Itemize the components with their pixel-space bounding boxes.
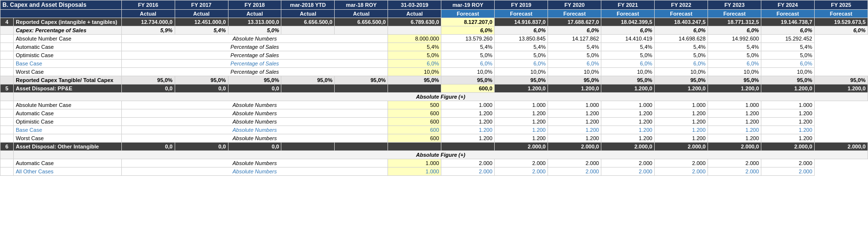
rct-fy2020: 95,0% xyxy=(548,76,601,84)
ac-num xyxy=(0,43,14,51)
wc-fy2020: 10,0% xyxy=(495,68,548,76)
base-case-mid: Percentage of Sales xyxy=(121,60,388,68)
oc5-mar19roy: 600 xyxy=(388,118,441,126)
sub-fy2024: Forecast xyxy=(761,10,815,18)
sub-fy2017: Actual xyxy=(175,10,228,18)
wc5-num xyxy=(0,134,14,143)
adi-fy2020: 2.000,0 xyxy=(548,143,601,151)
sub-mar19roy: Forecast xyxy=(441,10,495,18)
ac6-mar19roy: 1.000 xyxy=(388,159,441,168)
bc5-num xyxy=(0,126,14,134)
capex-mar2018ytd: 6.656.500,0 xyxy=(281,18,335,26)
opt-case-row: Optimistic Case Percentage of Sales 5,0%… xyxy=(0,51,868,60)
adp-fy2020: 1.200,0 xyxy=(548,84,601,93)
bc5-fy2021: 1.200 xyxy=(548,126,601,134)
sub-fy2022: Forecast xyxy=(655,10,708,18)
af6-num xyxy=(0,151,14,159)
aoc-fy2023: 2.000 xyxy=(655,168,708,176)
adp-fy2018: 0,0 xyxy=(228,84,281,93)
anc-fy2020: 13.850.845 xyxy=(495,35,548,43)
bc5-fy2025: 1.200 xyxy=(761,126,815,134)
anc5-fy2020: 1.000 xyxy=(495,101,548,109)
ac5-fy2023: 1.200 xyxy=(655,109,708,118)
adi-mar19roy xyxy=(441,143,495,151)
section-b-title: B. Capex and Asset Disposals xyxy=(0,0,122,10)
anc-fy2019: 13.579.260 xyxy=(441,35,495,43)
ac-fy2021: 5,4% xyxy=(548,43,601,51)
anc5-fy2021: 1.000 xyxy=(548,101,601,109)
col-fy2020: FY 2020 xyxy=(548,0,601,10)
worst-case5-mid: Absolute Numbers xyxy=(121,134,388,143)
reported-capex-tangible-row: Reported Capex Tangible/ Total Capex 95,… xyxy=(0,76,868,84)
capex-pct-fy2016: 5,9% xyxy=(121,26,175,35)
ac-fy2025: 5,4% xyxy=(761,43,815,51)
auto-case5-row: Automatic Case Absolute Numbers 600 1.20… xyxy=(0,109,868,118)
bc-fy2025: 6,0% xyxy=(761,60,815,68)
bc-fy2022: 6,0% xyxy=(601,60,655,68)
capex-fy2019: 14.916.837,0 xyxy=(495,18,548,26)
oc-fy2021: 5,0% xyxy=(548,51,601,60)
adi-31032019 xyxy=(388,143,441,151)
ac-fy2022: 5,4% xyxy=(601,43,655,51)
all-other-cases-mid: Absolute Numbers xyxy=(121,168,388,176)
adp-fy2025: 1.200,0 xyxy=(815,84,868,93)
opt-case5-row: Optimistic Case Absolute Numbers 600 1.2… xyxy=(0,118,868,126)
wc-fy2021: 10,0% xyxy=(548,68,601,76)
reported-capex-row: 4 Reported Capex (intangible + tangibles… xyxy=(0,18,868,26)
anc5-mar19roy: 500 xyxy=(388,101,441,109)
all-other-cases-label: All Other Cases xyxy=(14,168,121,176)
base-case5-label: Base Case xyxy=(14,126,121,134)
ac-fy2023: 5,4% xyxy=(655,43,708,51)
sub-mar18roy: Actual xyxy=(335,10,388,18)
worst-case5-row: Worst Case Absolute Numbers 600 1.200 1.… xyxy=(0,134,868,143)
sub-fy2016: Actual xyxy=(121,10,175,18)
sub-fy2023: Forecast xyxy=(708,10,761,18)
abs-number-case-mid: Absolute Numbers xyxy=(121,35,388,43)
oc-fy2025: 5,0% xyxy=(761,51,815,60)
rct-fy2021: 95,0% xyxy=(601,76,655,84)
wc-mar19roy: 10,0% xyxy=(388,68,441,76)
oc5-fy2024: 1.200 xyxy=(708,118,761,126)
adi-fy2016: 0,0 xyxy=(121,143,175,151)
sub-fy2025: Forecast xyxy=(815,10,868,18)
rct-fy2018: 95,0% xyxy=(228,76,281,84)
aoc-fy2019: 2.000 xyxy=(441,168,495,176)
anc5-fy2023: 1.000 xyxy=(655,101,708,109)
worst-case-row: Worst Case Percentage of Sales 10,0% 10,… xyxy=(0,68,868,76)
wc-fy2022: 10,0% xyxy=(601,68,655,76)
adp-fy2017: 0,0 xyxy=(175,84,228,93)
section-b-header: B. Capex and Asset Disposals FY 2016 FY … xyxy=(0,0,868,10)
oc-fy2023: 5,0% xyxy=(655,51,708,60)
capex-mar18roy: 6.656.500,0 xyxy=(335,18,388,26)
wc-fy2025: 10,0% xyxy=(761,68,815,76)
adp-fy2016: 0,0 xyxy=(121,84,175,93)
col-fy2023: FY 2023 xyxy=(708,0,761,10)
auto-case-row: Automatic Case Percentage of Sales 5,4% … xyxy=(0,43,868,51)
bc-mar19roy: 6,0% xyxy=(388,60,441,68)
capex-pct-label: Capex: Percentage of Sales xyxy=(14,26,121,35)
sub-header-row: Actual Actual Actual Actual Actual Actua… xyxy=(0,10,868,18)
anc-fy2023: 14.698.628 xyxy=(655,35,708,43)
wc5-fy2021: 1.200 xyxy=(548,134,601,143)
col-fy2022: FY 2022 xyxy=(655,0,708,10)
oc-num xyxy=(0,51,14,60)
ac5-fy2024: 1.200 xyxy=(708,109,761,118)
anc5-fy2019: 1.000 xyxy=(441,101,495,109)
adi-mar2018ytd xyxy=(281,143,335,151)
sub-fy2021: Forecast xyxy=(601,10,655,18)
anc-fy2024: 14.992.600 xyxy=(708,35,761,43)
aoc-fy2021: 2.000 xyxy=(548,168,601,176)
asset-disposal-intangible-label: Asset Disposal: Other Intangible xyxy=(14,143,121,151)
oc5-fy2025: 1.200 xyxy=(761,118,815,126)
ac5-fy2019: 1.200 xyxy=(441,109,495,118)
aoc-fy2025: 2.000 xyxy=(761,168,815,176)
col-31032019: 31-03-2019 xyxy=(388,0,441,10)
oc-fy2022: 5,0% xyxy=(601,51,655,60)
bc-fy2024: 6,0% xyxy=(708,60,761,68)
asset-disposal-ppe-row: 5 Asset Disposal: PP&E 0,0 0,0 0,0 600,0… xyxy=(0,84,868,93)
capex-pct-fy2019: 6,0% xyxy=(495,26,548,35)
wc5-fy2019: 1.200 xyxy=(441,134,495,143)
rct-fy2016: 95,0% xyxy=(121,76,175,84)
capex-pct-fy2024: 6,0% xyxy=(761,26,815,35)
col-fy2024: FY 2024 xyxy=(761,0,815,10)
